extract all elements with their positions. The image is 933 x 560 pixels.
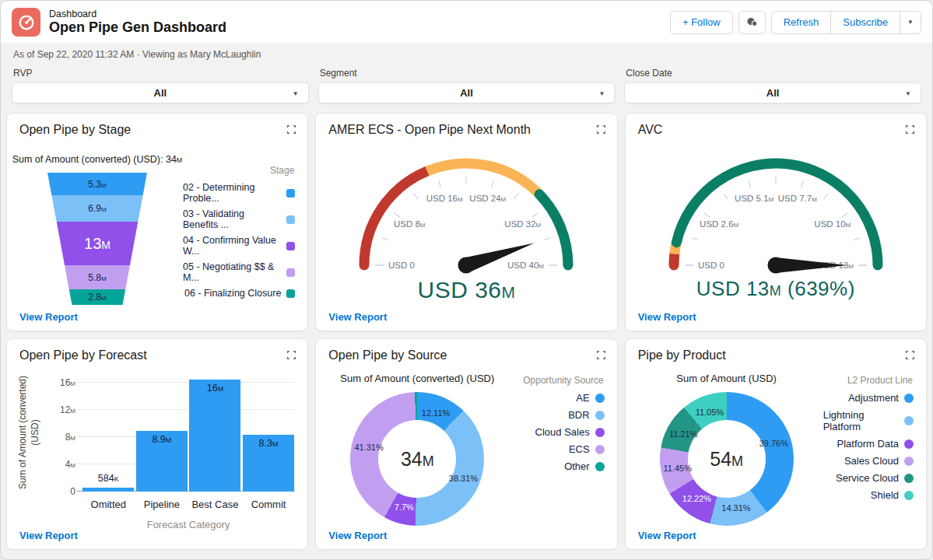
gauge-tick-label: USD 40m (508, 261, 545, 270)
header-bar: Dashboard Open Pipe Gen Dashboard + Foll… (1, 1, 932, 43)
bar-value-label: 8.3m (243, 438, 294, 449)
legend-swatch (286, 289, 295, 298)
legend-item: 04 - Confirming Value W... (183, 235, 295, 257)
gauge-tick (532, 213, 538, 217)
y-axis-tick-label: 0 (46, 486, 75, 497)
legend-swatch (904, 394, 914, 403)
expand-icon[interactable] (596, 124, 606, 135)
panel-avc: AVC USD 0USD 2.6mUSD 5.1mUSD 7.7mUSD 10m… (625, 113, 927, 331)
chatter-button[interactable] (738, 11, 766, 34)
funnel-legend: Stage 02 - Determining Proble...03 - Val… (183, 140, 300, 305)
gauge-tick-label: USD 7.7m (778, 194, 817, 203)
panel-title: AVC (638, 123, 663, 137)
bar-chart: Sum of Amount (converted)(USD) 16m12m8m4… (7, 362, 307, 530)
follow-button[interactable]: + Follow (670, 11, 733, 34)
slice-label: 41.31% (354, 443, 383, 452)
filter-value: All (766, 87, 780, 99)
legend-title: Opportunity Source (514, 375, 604, 386)
refresh-button[interactable]: Refresh (771, 11, 831, 34)
slice-label: 14.31% (721, 503, 750, 513)
gauge-tick (395, 213, 400, 217)
legend-swatch (904, 416, 914, 425)
gauge-tick (724, 194, 728, 199)
bar: 8.3m (243, 435, 294, 492)
y-axis-title: Sum of Amount (converted)(USD) (17, 351, 44, 514)
gauge-chart: USD 0USD 8mUSD 16mUSD 24mUSD 32mUSD 40m … (316, 137, 616, 303)
expand-icon[interactable] (596, 350, 606, 360)
legend-swatch (595, 394, 605, 403)
slice-label: 11.45% (664, 464, 693, 473)
donut-chart-title: Sum of Amount (USD) (630, 373, 823, 384)
legend-item: ECS (514, 443, 604, 455)
gauge-tick (439, 181, 441, 188)
panel-pipe-by-product: Pipe by Product Sum of Amount (USD) 54m … (625, 338, 927, 550)
page-title: Open Pipe Gen Dashboard (49, 19, 670, 37)
gauge-tick (824, 194, 828, 199)
rvp-filter-select[interactable]: All ▼ (12, 82, 309, 103)
funnel-segment: 5.3m (47, 173, 147, 195)
gauge-tick-label: USD 0 (698, 261, 724, 270)
slice-label: 12.22% (682, 494, 711, 503)
bar: 584k (82, 488, 134, 492)
expand-icon[interactable] (286, 124, 296, 135)
gauge-tick-label: USD 5.1m (735, 194, 773, 203)
segment-filter-select[interactable]: All ▼ (318, 82, 616, 103)
expand-icon[interactable] (286, 350, 296, 360)
view-report-link[interactable]: View Report (19, 530, 78, 541)
legend-swatch (904, 439, 914, 449)
gauge-band (676, 163, 878, 265)
x-axis-category-label: Pipeline (135, 499, 189, 510)
more-actions-button[interactable]: ▼ (900, 11, 921, 34)
record-type-label: Dashboard (49, 9, 670, 19)
view-report-link[interactable]: View Report (328, 311, 387, 323)
donut-chart: 54m 39.76%14.31%12.22%11.45%11.21%11.05% (660, 392, 794, 526)
legend-swatch (904, 474, 914, 483)
funnel-segment: 6.9m (47, 195, 147, 222)
x-axis-title: Forecast Category (82, 519, 295, 530)
legend-swatch (595, 411, 605, 420)
dashboard-icon (12, 8, 40, 37)
gauge-tick (842, 213, 847, 217)
view-report-link[interactable]: View Report (19, 311, 78, 323)
header-actions: + Follow Refresh Subscribe ▼ (670, 11, 921, 34)
legend-item: 03 - Validating Benefits ... (183, 208, 295, 230)
y-axis-tick-label: 4m (46, 459, 75, 470)
legend-swatch (904, 457, 914, 466)
legend-item: AE (514, 392, 604, 404)
header-titles: Dashboard Open Pipe Gen Dashboard (49, 9, 670, 37)
gauge-tick (514, 194, 518, 199)
legend-title: Stage (183, 165, 295, 176)
dashboard-meta: As of Sep 22, 2020 11:32 AM · Viewing as… (1, 43, 932, 61)
funnel-chart: 5.3m6.9m13m5.8m2.8m (47, 173, 147, 305)
expand-icon[interactable] (905, 124, 915, 135)
slice-label: 38.31% (449, 474, 478, 483)
slice-label: 11.05% (696, 408, 724, 417)
bar: 16m (189, 380, 240, 492)
gauge-band (540, 194, 569, 265)
donut-total: 54m (710, 448, 743, 471)
gauge-tick-label: USD 2.6m (700, 219, 738, 229)
legend-swatch (595, 445, 605, 454)
legend-item: BDR (514, 409, 604, 421)
bar: 8.9m (136, 431, 188, 492)
panel-title: Pipe by Product (638, 348, 726, 362)
filter-row: RVP All ▼ Segment All ▼ Close Date All ▼ (1, 61, 932, 111)
view-report-link[interactable]: View Report (328, 530, 387, 541)
funnel-chart-title: Sum of Amount (converted) (USD): 34m (12, 154, 183, 165)
filter-label: Segment (320, 68, 616, 79)
gauge-chart: USD 0USD 2.6mUSD 5.1mUSD 7.7mUSD 10mUSD … (626, 137, 926, 301)
panel-open-pipe-by-forecast: Open Pipe by Forecast Sum of Amount (con… (6, 338, 308, 550)
legend-item: Lightning Platform (823, 409, 914, 432)
slice-label: 12.11% (422, 408, 451, 418)
expand-icon[interactable] (905, 350, 915, 360)
subscribe-button[interactable]: Subscribe (830, 11, 900, 34)
close-date-filter-select[interactable]: All ▼ (624, 82, 921, 103)
view-report-link[interactable]: View Report (638, 311, 696, 323)
x-axis-category-label: Best Case (188, 499, 242, 510)
view-report-link[interactable]: View Report (638, 530, 696, 541)
gauge-tick (382, 238, 389, 240)
filter-value: All (460, 87, 473, 99)
chevron-down-icon: ▼ (293, 90, 299, 97)
slice-label: 7.7% (395, 502, 414, 512)
legend-swatch (595, 462, 605, 471)
